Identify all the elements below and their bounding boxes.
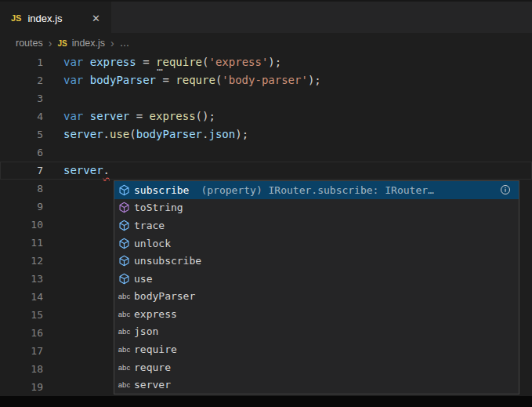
- code-line: 1var express = require('express');: [0, 53, 532, 71]
- js-file-icon: JS: [57, 39, 67, 48]
- code-text: [43, 252, 63, 270]
- suggest-item-label: toString: [134, 202, 183, 213]
- suggest-item-label: require: [134, 343, 177, 355]
- code-text: [43, 89, 63, 107]
- info-icon[interactable]: [500, 184, 511, 195]
- tab-indexjs[interactable]: JS index.js ✕: [0, 2, 111, 35]
- chevron-right-icon: ›: [49, 38, 52, 49]
- symbol-method-icon: [117, 237, 132, 249]
- symbol-text-icon: abc: [117, 343, 132, 355]
- suggest-item-detail: (property) IRouter.subscribe: IRouter…: [201, 184, 495, 196]
- suggest-item-use[interactable]: use: [114, 270, 519, 288]
- suggest-item-unlock[interactable]: unlock: [114, 234, 519, 253]
- line-number: 5: [0, 125, 43, 144]
- line-number: 15: [0, 306, 43, 324]
- suggest-item-label: bodyParser: [134, 290, 195, 302]
- suggest-item-json[interactable]: abcjson: [114, 323, 519, 341]
- suggest-item-label: unsubscribe: [134, 255, 201, 267]
- close-tab-icon[interactable]: ✕: [89, 11, 103, 26]
- breadcrumb-symbol-ellipsis[interactable]: …: [120, 38, 130, 49]
- tab-bar: JS index.js ✕: [0, 0, 532, 33]
- code-text: [43, 198, 63, 216]
- code-text: [43, 360, 63, 378]
- symbol-text-icon: abc: [117, 290, 132, 303]
- line-number: 9: [0, 198, 43, 216]
- suggest-item-unsubscribe[interactable]: unsubscribe: [114, 252, 519, 270]
- code-text: [43, 378, 63, 396]
- code-line: 5server.use(bodyParser.json);: [0, 125, 532, 144]
- suggest-item-bodyParser[interactable]: abcbodyParser: [114, 287, 519, 305]
- chevron-right-icon: ›: [110, 38, 114, 49]
- code-line: 6: [0, 144, 532, 162]
- line-number: 18: [0, 360, 43, 378]
- bottom-strip: [0, 396, 532, 407]
- code-text: [43, 270, 63, 288]
- code-line: 3: [0, 89, 532, 107]
- symbol-method-icon: [117, 219, 132, 231]
- line-number: 3: [0, 89, 43, 107]
- breadcrumb: routes › JS index.js › …: [0, 33, 532, 53]
- breadcrumb-indexjs[interactable]: index.js: [72, 38, 105, 49]
- line-number: 14: [0, 288, 43, 306]
- code-text: var bodyParser = requre('body-parser');: [43, 71, 321, 89]
- code-text: var express = require('express');: [43, 53, 281, 71]
- line-number: 8: [0, 180, 43, 198]
- code-line: 2var bodyParser = requre('body-parser');: [0, 71, 532, 89]
- line-number: 6: [0, 144, 43, 162]
- suggest-item-require[interactable]: abcrequire: [114, 340, 519, 358]
- symbol-method-icon: [117, 202, 132, 214]
- symbol-text-icon: abc: [117, 361, 132, 373]
- suggest-item-label: use: [134, 273, 152, 285]
- line-number: 10: [0, 216, 43, 234]
- symbol-text-icon: abc: [117, 379, 132, 391]
- code-text: [43, 324, 63, 342]
- suggest-item-label: requre: [134, 362, 171, 373]
- code-text: [43, 234, 63, 252]
- symbol-method-icon: [117, 184, 132, 196]
- code-line: 4var server = express();: [0, 107, 532, 125]
- breadcrumb-routes[interactable]: routes: [16, 38, 43, 49]
- line-number: 16: [0, 324, 43, 342]
- suggest-item-label: trace: [134, 220, 165, 231]
- suggest-item-toString[interactable]: toString: [114, 199, 519, 217]
- code-text: server.: [43, 162, 110, 180]
- suggest-item-requre[interactable]: abcrequre: [114, 358, 519, 376]
- code-text: [43, 144, 63, 162]
- code-text: [43, 306, 63, 324]
- suggest-item-trace[interactable]: trace: [114, 216, 519, 234]
- code-text: [43, 288, 63, 306]
- line-number: 17: [0, 342, 43, 360]
- code-text: var server = express();: [43, 107, 215, 125]
- line-number: 11: [0, 234, 43, 252]
- symbol-method-icon: [117, 272, 132, 285]
- line-number: 1: [0, 53, 43, 71]
- js-file-icon: JS: [11, 13, 21, 23]
- code-text: [43, 216, 63, 234]
- suggest-item-label: subscribe: [134, 184, 189, 196]
- code-text: [43, 180, 63, 198]
- line-number: 19: [0, 378, 43, 396]
- code-text: [43, 342, 63, 360]
- tab-label: index.js: [27, 13, 62, 24]
- line-number: 13: [0, 270, 43, 288]
- symbol-text-icon: abc: [117, 325, 132, 338]
- suggest-item-label: server: [134, 379, 171, 391]
- suggest-item-label: express: [134, 308, 177, 320]
- symbol-method-icon: [117, 255, 132, 267]
- vscode-window: JS index.js ✕ routes › JS index.js › … 1…: [0, 0, 532, 407]
- line-number: 2: [0, 71, 43, 89]
- suggest-item-express[interactable]: abcexpress: [114, 305, 519, 323]
- code-text: server.use(bodyParser.json);: [43, 125, 248, 144]
- line-number: 12: [0, 252, 43, 270]
- suggest-item-label: unlock: [134, 238, 171, 249]
- line-number: 4: [0, 107, 43, 125]
- symbol-text-icon: abc: [117, 307, 132, 320]
- code-line: 7server.: [0, 162, 532, 180]
- suggest-item-label: json: [134, 325, 158, 337]
- line-number: 7: [0, 162, 43, 180]
- suggest-item-server[interactable]: abcserver: [114, 376, 519, 394]
- intellisense-suggest-widget: subscribe(property) IRouter.subscribe: I…: [114, 180, 519, 394]
- suggest-item-subscribe[interactable]: subscribe(property) IRouter.subscribe: I…: [114, 181, 519, 199]
